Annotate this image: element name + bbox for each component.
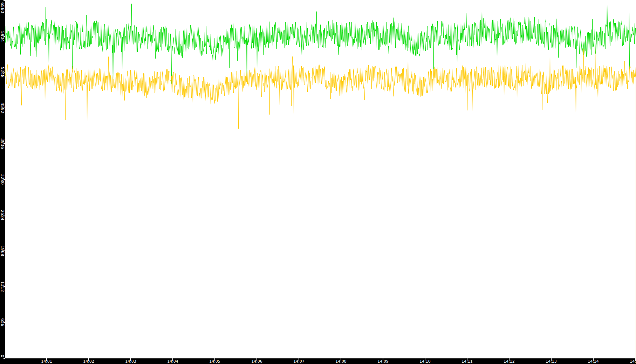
y-axis-tick-label: 2624 bbox=[0, 210, 5, 221]
y-axis-tick-label: 0 bbox=[0, 355, 5, 357]
y-axis-tick-label: 3936 bbox=[0, 138, 5, 149]
y-axis-tick-label: 1968 bbox=[0, 246, 5, 256]
x-axis-tick-label: 14:08 bbox=[335, 359, 347, 364]
y-axis-tick-label: 4592 bbox=[0, 103, 5, 114]
y-axis-tick-label: 656 bbox=[0, 318, 5, 327]
y-axis-tick bbox=[4, 0, 5, 1]
x-axis-tick-label: 14:12 bbox=[504, 359, 515, 364]
x-axis-tick-label: 14:05 bbox=[209, 359, 220, 364]
y-axis-tick-label: 1312 bbox=[0, 281, 5, 292]
y-axis-tick-label: 5904 bbox=[0, 31, 5, 42]
y-axis-tick-label: 5248 bbox=[0, 67, 5, 78]
x-axis-tick-label: 14:02 bbox=[83, 359, 94, 364]
bandwidth-graph-screen: 0656131219682624328039364592524859046560… bbox=[0, 0, 636, 364]
y-axis-tick-label: 3280 bbox=[0, 174, 5, 185]
x-axis-tick-label: 14:03 bbox=[125, 359, 136, 364]
x-axis-tick-label: 14:06 bbox=[251, 359, 262, 364]
plot-area-canvas bbox=[5, 0, 636, 358]
y-axis-tick-label: 6560 bbox=[0, 2, 5, 13]
x-axis-tick-label: 14:11 bbox=[461, 359, 473, 364]
x-axis-tick-label: 14:15 bbox=[630, 359, 636, 364]
x-axis-time-bar bbox=[0, 358, 636, 364]
x-axis-tick-label: 14:13 bbox=[546, 359, 557, 364]
x-axis-tick-label: 14:01 bbox=[41, 359, 52, 364]
x-axis-tick-label: 14:10 bbox=[419, 359, 431, 364]
x-axis-tick-label: 14:04 bbox=[167, 359, 178, 364]
x-axis-tick-label: 14:14 bbox=[588, 359, 599, 364]
x-axis-tick-label: 14:07 bbox=[293, 359, 305, 364]
y-axis-tick bbox=[4, 358, 5, 359]
x-axis-tick-label: 14:09 bbox=[377, 359, 389, 364]
